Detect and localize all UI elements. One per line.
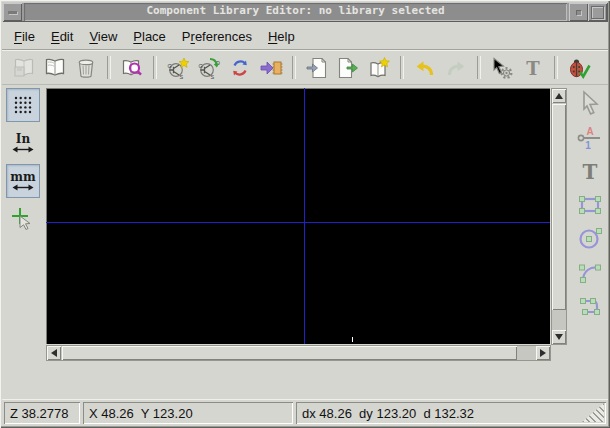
menu-preferences[interactable]: Preferences [174,25,260,48]
cursor-cross-icon [11,207,35,231]
maximize-icon [591,6,604,19]
drawing-canvas[interactable] [46,88,550,344]
paste-component-button[interactable] [257,54,285,82]
iconify-button[interactable] [569,3,588,21]
main-toolbar: G S G D S [2,51,608,85]
document-import-icon [305,56,329,80]
menu-help[interactable]: Help [260,25,303,48]
menu-view[interactable]: View [81,25,125,48]
toolbar-separator [554,56,558,79]
polyline-icon [576,293,604,321]
crosshair-horizontal-line [46,222,550,223]
arrow-cursor-icon [576,89,604,117]
select-tool-button[interactable] [575,88,605,118]
inches-label: In [16,133,30,145]
cursor-shape-button[interactable] [6,202,40,236]
status-zoom: Z 38.2778 [4,402,80,424]
circle-tool-button[interactable] [575,224,605,254]
status-relative-position: dx 48.26 dy 123.20 d 132.32 [296,402,606,424]
cursor-gear-icon [490,56,514,80]
redo-arrow-icon [444,56,468,80]
menu-place[interactable]: Place [125,25,174,48]
horizontal-scroll-thumb[interactable] [62,346,517,360]
toolbar-separator [292,56,296,79]
svg-text:S: S [211,73,215,79]
delete-component-button[interactable] [72,54,100,82]
undo-arrow-icon [413,56,437,80]
scroll-up-button[interactable] [552,89,566,103]
select-working-library-button[interactable] [41,54,69,82]
book-floppy-icon [12,56,36,80]
canvas-marker [352,337,353,342]
circle-icon [576,225,604,253]
letter-t-icon: T [521,56,545,80]
menu-edit[interactable]: Edit [43,25,81,48]
status-cursor-position: X 48.26 Y 123.20 [83,402,293,424]
menu-file[interactable]: File [6,25,43,48]
text-tool-button[interactable]: T [575,156,605,186]
svg-text:A: A [586,126,593,137]
scroll-right-button[interactable] [536,346,550,360]
toolbar-separator [107,56,111,79]
horizontal-double-arrow-icon [12,145,34,154]
trash-icon [74,56,98,80]
window-menu-button[interactable] [3,3,22,21]
units-mm-button[interactable]: mm [6,164,40,198]
svg-text:1: 1 [585,140,591,151]
load-component-button[interactable]: G D S [195,54,223,82]
svg-text:G: G [168,63,172,69]
menu-bar: File Edit View Place Preferences Help [2,24,608,50]
component-properties-button[interactable] [488,54,516,82]
export-component-button[interactable] [334,54,362,82]
horizontal-double-arrow-icon [12,183,34,192]
units-inches-button[interactable]: In [6,126,40,160]
svg-text:S: S [180,73,184,79]
new-library-button[interactable] [365,54,393,82]
toolbar-separator [153,56,157,79]
polyline-tool-button[interactable] [575,292,605,322]
scroll-left-button[interactable] [47,346,61,360]
pin-icon: A 1 [576,123,604,151]
resize-grip[interactable] [582,403,604,422]
grid-dots-icon [12,94,34,116]
svg-text:T: T [526,58,540,79]
vertical-scrollbar[interactable] [551,88,567,345]
import-component-button[interactable] [303,54,331,82]
component-star-icon: G S [166,56,190,80]
left-toolbar: In mm [4,88,42,236]
arc-icon [576,259,604,287]
pin-tool-button[interactable]: A 1 [575,122,605,152]
add-text-field-button[interactable]: T [519,54,547,82]
rectangle-tool-button[interactable] [575,190,605,220]
crosshair-vertical-line [304,88,305,344]
maximize-button[interactable] [588,3,607,21]
save-current-library-button[interactable] [10,54,38,82]
check-pins-button[interactable] [565,54,593,82]
bug-check-icon [567,56,591,80]
letter-t-icon: T [576,157,604,185]
svg-text:G: G [199,63,203,69]
toolbar-separator [400,56,404,79]
vertical-scroll-thumb[interactable] [552,104,566,310]
component-arrow-icon: G D S [197,56,221,80]
grid-toggle-button[interactable] [6,88,40,122]
update-component-button[interactable] [226,54,254,82]
arrow-down-icon [555,334,563,340]
book-star-icon [367,56,391,80]
rectangle-icon [576,191,604,219]
titlebar[interactable]: Component Library Editor: no library sel… [2,2,608,22]
iconify-icon [576,10,581,15]
new-component-button[interactable]: G S [164,54,192,82]
redo-button[interactable] [442,54,470,82]
status-bar: Z 38.2778 X 48.26 Y 123.20 dx 48.26 dy 1… [2,399,608,426]
mm-label: mm [10,171,35,183]
scroll-down-button[interactable] [552,330,566,344]
library-browser-button[interactable] [118,54,146,82]
open-book-icon [43,56,67,80]
refresh-arrows-icon [228,56,252,80]
document-export-icon [336,56,360,80]
window-menu-icon [8,11,17,14]
arc-tool-button[interactable] [575,258,605,288]
undo-button[interactable] [411,54,439,82]
horizontal-scrollbar[interactable] [46,345,551,361]
